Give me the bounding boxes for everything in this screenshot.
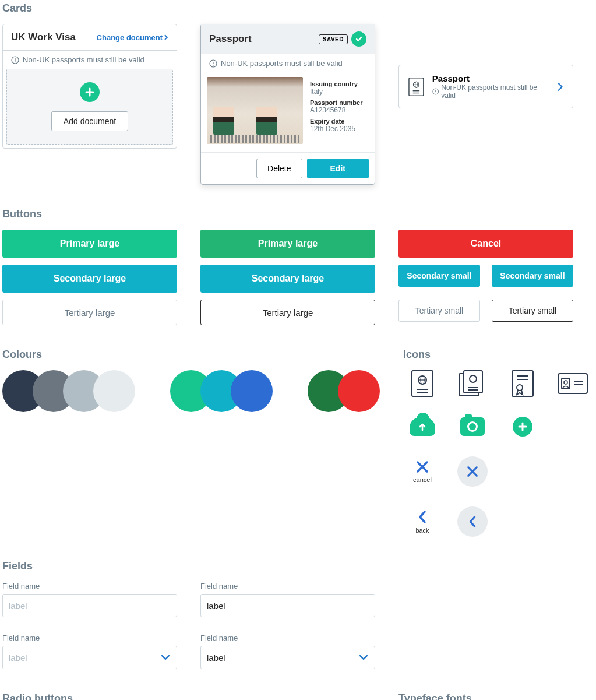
buttons-section: Buttons Primary large Primary large Canc… [2, 208, 594, 325]
radio-heading: Radio buttons [2, 692, 177, 700]
passport-icon [411, 370, 433, 397]
cards-section: Cards UK Work Visa Change document Non-U… [2, 2, 594, 185]
edit-button[interactable]: Edit [307, 159, 369, 178]
card-passport-compact[interactable]: Passport Non-UK passports must still be … [398, 65, 573, 108]
upload-icon[interactable] [410, 417, 435, 436]
secondary-small-button[interactable]: Secondary small [492, 265, 573, 287]
card-warning: Non-UK passports must still be valid [201, 54, 375, 72]
upload-dropzone[interactable]: Add document [6, 69, 173, 145]
field-label: Field name [200, 582, 375, 590]
id-card-icon [558, 373, 588, 394]
tertiary-small-button-dark[interactable]: Tertiary small [492, 300, 573, 322]
add-icon [80, 82, 100, 102]
colours-heading: Colours [2, 349, 380, 361]
add-icon[interactable] [513, 417, 532, 437]
card-title: UK Work Visa [11, 31, 76, 43]
primary-button-alt[interactable]: Primary large [200, 230, 375, 258]
svg-point-14 [435, 93, 436, 93]
tertiary-small-button[interactable]: Tertiary small [398, 300, 480, 322]
chevron-right-icon [164, 34, 168, 40]
passport-icon [408, 77, 424, 97]
back-button[interactable] [457, 506, 488, 537]
swatch [93, 370, 135, 412]
compact-card-title: Passport [432, 73, 549, 83]
chevron-right-icon [557, 82, 563, 92]
warning-icon [11, 56, 19, 64]
add-document-button[interactable]: Add document [51, 111, 128, 131]
delete-button[interactable]: Delete [256, 159, 302, 178]
back-icon[interactable] [417, 509, 428, 525]
icon-label: cancel [413, 476, 432, 483]
svg-point-31 [564, 381, 567, 384]
svg-point-22 [470, 375, 477, 382]
camera-icon[interactable] [460, 417, 485, 436]
svg-point-5 [213, 65, 214, 66]
swatch [338, 370, 380, 412]
text-input-empty[interactable] [2, 594, 177, 617]
passport-image [207, 77, 303, 144]
tertiary-button-dark[interactable]: Tertiary large [200, 300, 375, 325]
change-document-link[interactable]: Change document [97, 33, 168, 42]
svg-point-28 [517, 385, 523, 391]
swatch [231, 370, 273, 412]
card-work-visa: UK Work Visa Change document Non-UK pass… [2, 24, 177, 149]
select-filled[interactable] [200, 646, 375, 669]
field-label: Field name [2, 634, 177, 642]
svg-rect-29 [558, 374, 587, 393]
field-label: Field name [2, 582, 177, 590]
saved-badge: SAVED [319, 34, 348, 44]
primary-button[interactable]: Primary large [2, 230, 177, 258]
text-input-filled[interactable] [200, 594, 375, 617]
typeface-heading: Typeface fonts [398, 692, 573, 700]
icons-heading: Icons [403, 349, 592, 361]
fields-heading: Fields [2, 560, 594, 572]
cancel-button[interactable]: Cancel [398, 230, 573, 258]
close-button[interactable] [457, 456, 488, 487]
check-icon [351, 31, 366, 47]
warning-icon [432, 88, 439, 95]
passport-meta: Issuing country Italy Passport number A1… [310, 77, 362, 144]
cards-heading: Cards [2, 2, 594, 15]
field-label: Field name [200, 634, 375, 642]
warning-icon [209, 59, 217, 68]
colour-swatches [2, 370, 380, 412]
buttons-heading: Buttons [2, 208, 594, 220]
card-passport-saved: Passport SAVED Non-UK passports must sti… [200, 24, 375, 185]
secondary-small-button[interactable]: Secondary small [398, 265, 480, 287]
svg-point-2 [15, 61, 16, 62]
select-empty[interactable] [2, 646, 177, 669]
secondary-button-alt[interactable]: Secondary large [200, 265, 375, 293]
icon-label: back [415, 527, 429, 534]
card-title: Passport [209, 33, 252, 45]
tertiary-button[interactable]: Tertiary large [2, 300, 177, 325]
fields-section: Fields Field name Field name Field name … [2, 560, 594, 669]
close-icon[interactable] [415, 460, 429, 474]
passports-icon [459, 370, 486, 397]
secondary-button[interactable]: Secondary large [2, 265, 177, 293]
certificate-icon [512, 370, 534, 397]
card-warning: Non-UK passports must still be valid [3, 51, 177, 69]
